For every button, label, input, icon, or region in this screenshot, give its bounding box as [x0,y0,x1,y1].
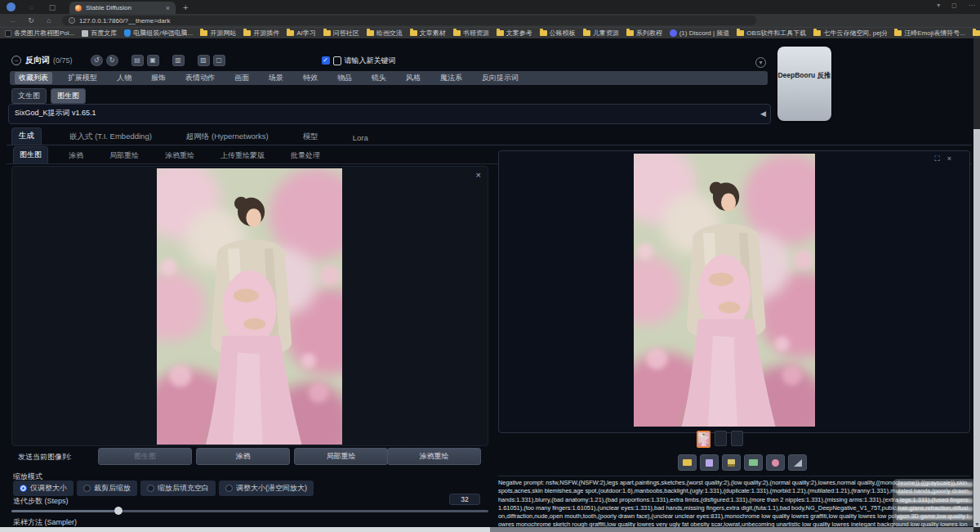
back-icon[interactable]: ← [8,16,18,25]
radio-crop-resize[interactable]: 裁剪后缩放 [77,481,137,496]
bookmark-folder[interactable]: 书籍资源 [453,29,489,38]
radio-latent-upscale[interactable]: 调整大小(潜空间放大) [219,481,314,496]
tab-negative-prompt[interactable]: 反向提示词 [478,72,523,84]
bookmark-item[interactable]: 百度文库 [82,29,117,38]
prompt-textarea[interactable]: SixGod_K提示词 v1.65.1 ◀ [8,104,771,124]
keyword-checkbox[interactable]: ✓ [322,56,330,65]
tab-effects[interactable]: 特效 [299,72,322,84]
tab-style[interactable]: 风格 [402,72,425,84]
emoji-collapse-icon[interactable]: ▾ [755,57,766,68]
horizontal-scrollbar[interactable] [0,527,973,532]
bookmark-folder[interactable]: 文章素材 [410,29,446,38]
tab-scene[interactable]: 场景 [265,72,287,84]
send-inpaint-button[interactable]: 局部重绘 [294,448,388,465]
tab-hypernetworks[interactable]: 超网络 (Hypernetworks) [180,129,275,145]
tab-inpaint-upload[interactable]: 上传重绘蒙版 [215,148,270,163]
vertical-scrollbar-thumb[interactable] [973,129,980,527]
open-folder-button[interactable] [678,454,697,471]
save-image-button[interactable] [700,454,719,471]
bookmark-folder[interactable]: 自媒体运营 [973,29,980,38]
tab-ext-models[interactable]: 扩展模型 [64,72,101,84]
keyword-input[interactable] [333,56,341,65]
prompt-collapse-icon[interactable]: ◀ [760,110,766,118]
bookmark-item[interactable]: 电脑组装/华强电脑... [124,29,193,38]
tab-lens[interactable]: 镜头 [368,72,390,84]
vertical-scrollbar[interactable]: ▼ [973,38,980,532]
bookmark-folder[interactable]: OBS软件和工具下载 [737,29,806,38]
address-bar[interactable]: i 127.0.0.1:7860/?__theme=dark [62,16,756,25]
bookmark-item[interactable]: 各类图片教程图Pol... [5,29,74,38]
tab-magic[interactable]: 魔法系 [436,72,466,84]
radio-just-resize[interactable]: 仅调整大小 [13,481,74,496]
notification-icon[interactable]: ◻ [951,2,957,9]
tab-character[interactable]: 人物 [113,72,136,84]
save-icon[interactable]: ▤ [131,55,144,66]
home-icon[interactable]: ⌂ [44,16,54,25]
tab-search-icon[interactable]: ▾ [937,2,940,9]
bookmark-folder[interactable]: 绘画交流 [367,29,403,38]
deepbooru-button[interactable]: DeepBooru 反推 [777,47,831,121]
send-img2img-button[interactable]: 图生图 [98,448,192,465]
tab-clothing[interactable]: 服饰 [147,72,170,84]
thumbnail[interactable] [715,431,727,446]
bookmark-folder[interactable]: 公账模板 [540,29,576,38]
browser-tab[interactable]: Stable Diffusion × [69,2,176,14]
bookmark-folder[interactable]: 问答社区 [323,29,359,38]
tab-generate[interactable]: 生成 [11,127,42,145]
tab-favorites[interactable]: 收藏列表 [15,72,52,84]
tab-models[interactable]: 模型 [296,129,325,145]
send-to-img2img-button[interactable] [744,454,763,471]
tab-txt2img-mode[interactable]: 文生图 [11,88,47,104]
tab-sketch[interactable]: 涂鸦 [63,148,89,163]
tab-lora[interactable]: Lora [346,131,375,145]
source-image-dropzone[interactable]: × [11,166,488,446]
bookmark-folder[interactable]: 开源插件 [243,29,279,38]
delete-icon[interactable]: ▢ [213,55,225,66]
remove-image-icon[interactable]: × [476,170,481,180]
site-info-icon[interactable]: i [69,17,75,24]
close-tab-icon[interactable]: × [166,4,170,12]
expand-icon[interactable]: ⛶ [934,154,939,163]
scroll-down-icon[interactable]: ▼ [974,521,980,527]
bookmark-folder[interactable]: 开源网站 [200,29,236,38]
tab-embedding[interactable]: 嵌入式 (T.I. Embedding) [63,129,158,145]
new-tab-button[interactable]: + [183,2,188,12]
bookmark-folder[interactable]: 七牛云存储空间, pej分... [813,29,887,38]
bookmark-folder[interactable]: 儿童资源 [583,29,619,38]
save-zip-button[interactable] [722,454,741,471]
bookmark-folder[interactable]: 汪峰Emoji表情符号... [894,29,965,38]
profile-icon[interactable] [7,2,16,11]
redo-icon[interactable]: ↻ [106,55,118,66]
collapse-circle-icon[interactable]: – [11,56,21,65]
refresh-icon[interactable]: ↻ [26,16,36,25]
undo-icon[interactable]: ↺ [91,55,103,66]
tab-expression[interactable]: 表情动作 [181,72,219,84]
radio-resize-fill[interactable]: 缩放后填充空白 [140,481,216,496]
send-to-inpaint-button[interactable] [766,454,785,471]
send-inpaint-sketch-button[interactable]: 涂鸦重绘 [387,448,481,465]
horizontal-scrollbar-thumb[interactable] [0,527,490,532]
tab-items[interactable]: 物品 [333,72,356,84]
workspaces-icon[interactable]: ◌ [25,2,37,12]
paste-icon[interactable]: ▨ [198,55,210,66]
send-to-extras-button[interactable] [788,454,807,471]
send-sketch-button[interactable]: 涂鸦 [196,448,290,465]
thumbnail-selected[interactable] [697,431,710,448]
steps-value-input[interactable]: 32 [449,494,480,505]
tab-inpaint[interactable]: 局部重绘 [104,148,145,163]
close-gallery-icon[interactable]: × [947,154,951,163]
bookmark-folder[interactable]: 系列教程 [626,29,662,38]
steps-slider[interactable] [11,507,488,514]
tab-img2img[interactable]: 图生图 [13,146,48,163]
tab-picture[interactable]: 画面 [230,72,253,84]
thumbnail[interactable] [731,431,743,446]
slider-handle[interactable] [114,507,122,515]
copy-icon[interactable]: ▥ [172,55,185,66]
bookmark-item[interactable]: (1) Discord | 频道 [670,29,730,38]
tab-inpaint-sketch[interactable]: 涂鸦重绘 [159,148,200,163]
bookmark-folder[interactable]: AI学习 [287,29,316,38]
tab-img2img-mode[interactable]: 图生图 [51,88,86,104]
tab-batch[interactable]: 批量处理 [285,148,326,163]
tab-actions-icon[interactable]: ▢ [47,2,58,12]
bookmark-icon[interactable]: ▣ [147,55,159,66]
